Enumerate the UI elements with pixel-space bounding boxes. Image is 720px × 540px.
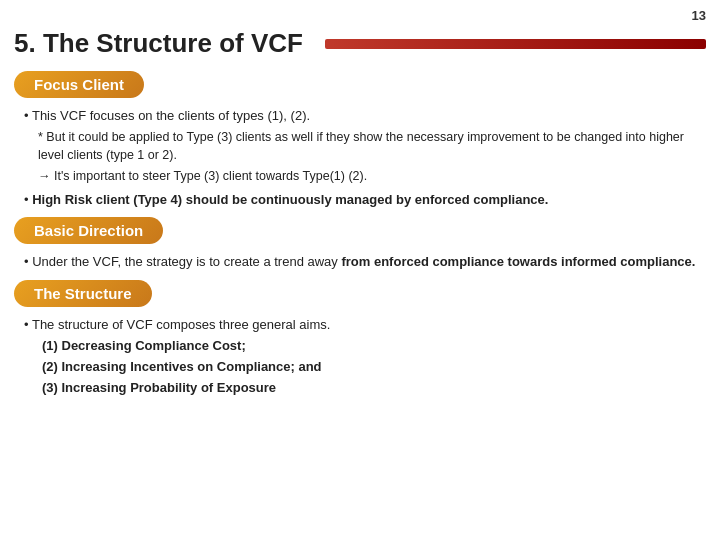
the-structure-bullet-1: • The structure of VCF composes three ge…: [24, 315, 706, 335]
the-structure-list: (1) Decreasing Compliance Cost; (2) Incr…: [42, 336, 706, 398]
focus-client-bullet-3: It's important to steer Type (3) client …: [38, 167, 706, 186]
list-item-1: (1) Decreasing Compliance Cost;: [42, 336, 706, 357]
title-text: 5. The Structure of VCF: [14, 28, 303, 59]
section-label-basic-direction: Basic Direction: [14, 217, 163, 244]
page-number: 13: [692, 8, 706, 23]
basic-direction-bullet-1: • Under the VCF, the strategy is to crea…: [24, 252, 706, 272]
the-structure-content: • The structure of VCF composes three ge…: [0, 315, 720, 399]
focus-client-bullet-4: • High Risk client (Type 4) should be co…: [24, 190, 706, 210]
list-item-3: (3) Increasing Probability of Exposure: [42, 378, 706, 399]
focus-client-bullet-2: * But it could be applied to Type (3) cl…: [38, 128, 706, 166]
section-label-the-structure: The Structure: [14, 280, 152, 307]
page-title: 5. The Structure of VCF: [14, 28, 706, 59]
title-bar: [325, 39, 706, 49]
section-label-focus-client: Focus Client: [14, 71, 144, 98]
focus-client-content: • This VCF focuses on the clients of typ…: [0, 106, 720, 209]
list-item-2: (2) Increasing Incentives on Compliance;…: [42, 357, 706, 378]
basic-direction-content: • Under the VCF, the strategy is to crea…: [0, 252, 720, 272]
focus-client-bullet-1: • This VCF focuses on the clients of typ…: [24, 106, 706, 126]
